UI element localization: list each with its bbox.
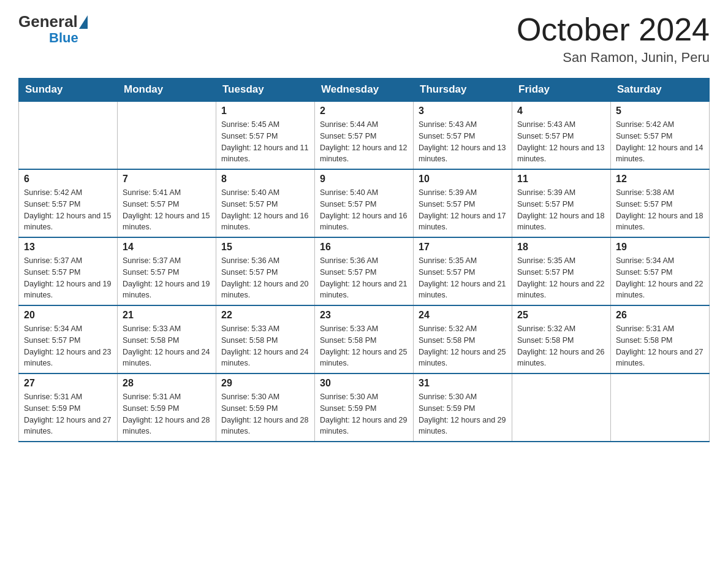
day-number: 21 bbox=[123, 310, 211, 321]
day-info: Sunrise: 5:43 AMSunset: 5:57 PMDaylight:… bbox=[517, 119, 605, 165]
day-number: 16 bbox=[320, 242, 408, 253]
day-number: 26 bbox=[616, 310, 704, 321]
day-info: Sunrise: 5:44 AMSunset: 5:57 PMDaylight:… bbox=[320, 119, 408, 165]
calendar-week-row: 6Sunrise: 5:42 AMSunset: 5:57 PMDaylight… bbox=[19, 169, 710, 237]
day-number: 28 bbox=[123, 378, 211, 389]
calendar-cell: 19Sunrise: 5:34 AMSunset: 5:57 PMDayligh… bbox=[611, 237, 710, 305]
day-info: Sunrise: 5:37 AMSunset: 5:57 PMDaylight:… bbox=[123, 255, 211, 301]
day-info: Sunrise: 5:31 AMSunset: 5:59 PMDaylight:… bbox=[24, 391, 112, 437]
logo: General Blue bbox=[18, 12, 89, 46]
calendar-cell: 30Sunrise: 5:30 AMSunset: 5:59 PMDayligh… bbox=[315, 373, 414, 442]
day-info: Sunrise: 5:33 AMSunset: 5:58 PMDaylight:… bbox=[320, 323, 408, 369]
day-number: 7 bbox=[123, 174, 211, 185]
day-number: 22 bbox=[221, 310, 309, 321]
weekday-header-friday: Friday bbox=[512, 79, 611, 102]
weekday-header-wednesday: Wednesday bbox=[315, 79, 414, 102]
day-info: Sunrise: 5:43 AMSunset: 5:57 PMDaylight:… bbox=[419, 119, 507, 165]
month-title: October 2024 bbox=[517, 12, 710, 47]
calendar-week-row: 1Sunrise: 5:45 AMSunset: 5:57 PMDaylight… bbox=[19, 101, 710, 169]
calendar-cell: 10Sunrise: 5:39 AMSunset: 5:57 PMDayligh… bbox=[414, 169, 512, 237]
calendar-cell: 14Sunrise: 5:37 AMSunset: 5:57 PMDayligh… bbox=[118, 237, 216, 305]
calendar-cell: 1Sunrise: 5:45 AMSunset: 5:57 PMDaylight… bbox=[216, 101, 315, 169]
calendar-cell: 23Sunrise: 5:33 AMSunset: 5:58 PMDayligh… bbox=[315, 305, 414, 373]
calendar-cell: 29Sunrise: 5:30 AMSunset: 5:59 PMDayligh… bbox=[216, 373, 315, 442]
title-area: October 2024 San Ramon, Junin, Peru bbox=[517, 12, 710, 66]
calendar-cell: 8Sunrise: 5:40 AMSunset: 5:57 PMDaylight… bbox=[216, 169, 315, 237]
day-number: 3 bbox=[419, 105, 507, 117]
day-number: 27 bbox=[24, 378, 112, 389]
day-info: Sunrise: 5:34 AMSunset: 5:57 PMDaylight:… bbox=[616, 255, 704, 301]
weekday-header-sunday: Sunday bbox=[19, 79, 118, 102]
calendar-cell: 11Sunrise: 5:39 AMSunset: 5:57 PMDayligh… bbox=[512, 169, 611, 237]
calendar-cell: 4Sunrise: 5:43 AMSunset: 5:57 PMDaylight… bbox=[512, 101, 611, 169]
day-number: 24 bbox=[419, 310, 507, 321]
day-info: Sunrise: 5:32 AMSunset: 5:58 PMDaylight:… bbox=[419, 323, 507, 369]
day-number: 9 bbox=[320, 174, 408, 185]
calendar-cell: 17Sunrise: 5:35 AMSunset: 5:57 PMDayligh… bbox=[414, 237, 512, 305]
calendar-cell: 18Sunrise: 5:35 AMSunset: 5:57 PMDayligh… bbox=[512, 237, 611, 305]
calendar-cell bbox=[512, 373, 611, 442]
day-number: 6 bbox=[24, 174, 112, 185]
weekday-header-saturday: Saturday bbox=[611, 79, 710, 102]
calendar-cell: 27Sunrise: 5:31 AMSunset: 5:59 PMDayligh… bbox=[19, 373, 118, 442]
calendar-cell: 5Sunrise: 5:42 AMSunset: 5:57 PMDaylight… bbox=[611, 101, 710, 169]
day-number: 4 bbox=[517, 105, 605, 117]
day-info: Sunrise: 5:37 AMSunset: 5:57 PMDaylight:… bbox=[24, 255, 112, 301]
calendar-cell: 24Sunrise: 5:32 AMSunset: 5:58 PMDayligh… bbox=[414, 305, 512, 373]
calendar-cell: 3Sunrise: 5:43 AMSunset: 5:57 PMDaylight… bbox=[414, 101, 512, 169]
calendar-cell bbox=[19, 101, 118, 169]
calendar-cell: 13Sunrise: 5:37 AMSunset: 5:57 PMDayligh… bbox=[19, 237, 118, 305]
day-number: 25 bbox=[517, 310, 605, 321]
calendar-week-row: 27Sunrise: 5:31 AMSunset: 5:59 PMDayligh… bbox=[19, 373, 710, 442]
day-info: Sunrise: 5:31 AMSunset: 5:58 PMDaylight:… bbox=[616, 323, 704, 369]
day-info: Sunrise: 5:30 AMSunset: 5:59 PMDaylight:… bbox=[320, 391, 408, 437]
day-info: Sunrise: 5:39 AMSunset: 5:57 PMDaylight:… bbox=[517, 187, 605, 233]
calendar-cell: 6Sunrise: 5:42 AMSunset: 5:57 PMDaylight… bbox=[19, 169, 118, 237]
day-number: 5 bbox=[616, 105, 704, 117]
calendar-cell: 21Sunrise: 5:33 AMSunset: 5:58 PMDayligh… bbox=[118, 305, 216, 373]
day-info: Sunrise: 5:33 AMSunset: 5:58 PMDaylight:… bbox=[221, 323, 309, 369]
day-info: Sunrise: 5:32 AMSunset: 5:58 PMDaylight:… bbox=[517, 323, 605, 369]
calendar-cell: 16Sunrise: 5:36 AMSunset: 5:57 PMDayligh… bbox=[315, 237, 414, 305]
day-number: 2 bbox=[320, 105, 408, 117]
weekday-header-row: SundayMondayTuesdayWednesdayThursdayFrid… bbox=[19, 79, 710, 102]
day-number: 14 bbox=[123, 242, 211, 253]
calendar-cell: 12Sunrise: 5:38 AMSunset: 5:57 PMDayligh… bbox=[611, 169, 710, 237]
day-number: 12 bbox=[616, 174, 704, 185]
day-info: Sunrise: 5:42 AMSunset: 5:57 PMDaylight:… bbox=[616, 119, 704, 165]
day-info: Sunrise: 5:45 AMSunset: 5:57 PMDaylight:… bbox=[221, 119, 309, 165]
day-info: Sunrise: 5:30 AMSunset: 5:59 PMDaylight:… bbox=[419, 391, 507, 437]
day-number: 10 bbox=[419, 174, 507, 185]
calendar-cell: 20Sunrise: 5:34 AMSunset: 5:57 PMDayligh… bbox=[19, 305, 118, 373]
calendar-cell bbox=[611, 373, 710, 442]
day-info: Sunrise: 5:35 AMSunset: 5:57 PMDaylight:… bbox=[419, 255, 507, 301]
calendar-week-row: 20Sunrise: 5:34 AMSunset: 5:57 PMDayligh… bbox=[19, 305, 710, 373]
calendar-cell: 7Sunrise: 5:41 AMSunset: 5:57 PMDaylight… bbox=[118, 169, 216, 237]
calendar-cell: 26Sunrise: 5:31 AMSunset: 5:58 PMDayligh… bbox=[611, 305, 710, 373]
calendar-table: SundayMondayTuesdayWednesdayThursdayFrid… bbox=[18, 78, 710, 442]
logo-blue-text: Blue bbox=[49, 30, 78, 46]
day-info: Sunrise: 5:30 AMSunset: 5:59 PMDaylight:… bbox=[221, 391, 309, 437]
weekday-header-tuesday: Tuesday bbox=[216, 79, 315, 102]
day-info: Sunrise: 5:42 AMSunset: 5:57 PMDaylight:… bbox=[24, 187, 112, 233]
day-info: Sunrise: 5:41 AMSunset: 5:57 PMDaylight:… bbox=[123, 187, 211, 233]
day-number: 30 bbox=[320, 378, 408, 389]
day-number: 29 bbox=[221, 378, 309, 389]
calendar-cell: 31Sunrise: 5:30 AMSunset: 5:59 PMDayligh… bbox=[414, 373, 512, 442]
day-number: 8 bbox=[221, 174, 309, 185]
day-info: Sunrise: 5:40 AMSunset: 5:57 PMDaylight:… bbox=[221, 187, 309, 233]
calendar-cell: 28Sunrise: 5:31 AMSunset: 5:59 PMDayligh… bbox=[118, 373, 216, 442]
calendar-cell: 9Sunrise: 5:40 AMSunset: 5:57 PMDaylight… bbox=[315, 169, 414, 237]
weekday-header-monday: Monday bbox=[118, 79, 216, 102]
day-info: Sunrise: 5:40 AMSunset: 5:57 PMDaylight:… bbox=[320, 187, 408, 233]
day-number: 13 bbox=[24, 242, 112, 253]
day-number: 23 bbox=[320, 310, 408, 321]
page-header: General Blue October 2024 San Ramon, Jun… bbox=[18, 12, 710, 66]
day-number: 11 bbox=[517, 174, 605, 185]
calendar-cell bbox=[118, 101, 216, 169]
calendar-cell: 22Sunrise: 5:33 AMSunset: 5:58 PMDayligh… bbox=[216, 305, 315, 373]
day-number: 20 bbox=[24, 310, 112, 321]
day-info: Sunrise: 5:35 AMSunset: 5:57 PMDaylight:… bbox=[517, 255, 605, 301]
day-info: Sunrise: 5:34 AMSunset: 5:57 PMDaylight:… bbox=[24, 323, 112, 369]
calendar-cell: 15Sunrise: 5:36 AMSunset: 5:57 PMDayligh… bbox=[216, 237, 315, 305]
